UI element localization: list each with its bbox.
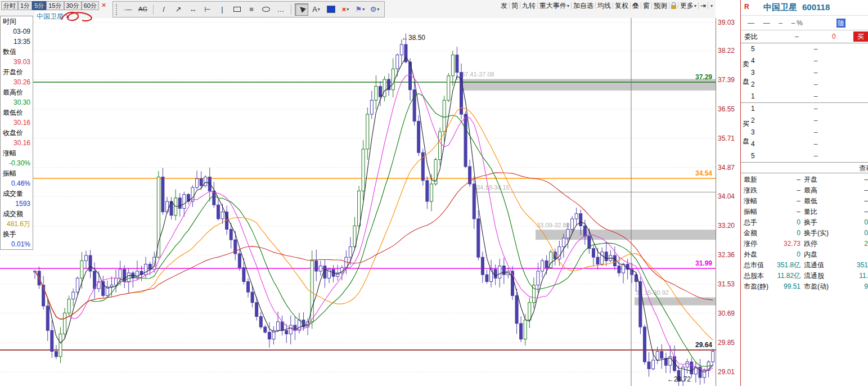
- arrow-line-tool-icon: ↔: [190, 6, 197, 13]
- quote-value: 99.51: [772, 281, 800, 292]
- menu-add-watchlist[interactable]: 加自选: [572, 1, 595, 11]
- top-toolbar: 分时1分5分15分30分60分 ✕ ·–·AG/↗↔⊢|≡…▶A▾×▾⚑▾⚙▾ …: [0, 0, 716, 18]
- period-tab-3[interactable]: 15分: [46, 1, 64, 10]
- book-row-buy[interactable]: 3–: [751, 127, 868, 138]
- candle-body: [251, 292, 254, 303]
- period-tab-2[interactable]: 5分: [32, 1, 46, 10]
- candle-body: [545, 261, 548, 267]
- menu-window[interactable]: 窗: [641, 1, 651, 11]
- menu-more[interactable]: 更多▾: [678, 1, 698, 11]
- info-label: 数值: [1, 47, 33, 57]
- candle-body: [686, 362, 689, 367]
- book-row-sell[interactable]: 5–: [751, 43, 868, 55]
- quote-label: 外盘: [741, 249, 772, 260]
- period-tab-5[interactable]: 60分: [82, 1, 99, 10]
- candle-body: [319, 266, 322, 271]
- menu-jiuzhuan[interactable]: 九转: [520, 1, 537, 11]
- book-row-buy[interactable]: 1–: [751, 103, 868, 115]
- stock-chart-tab[interactable]: 中国卫星 ×: [35, 11, 71, 21]
- rectangle-tool[interactable]: [230, 3, 244, 16]
- menu-jian[interactable]: 简: [510, 1, 520, 11]
- candle-body: [89, 255, 92, 271]
- period-tab-1[interactable]: 1分: [18, 1, 32, 10]
- tab-close-icon[interactable]: ×: [66, 13, 69, 20]
- parallel-lines-tool-icon: ≡: [249, 6, 254, 13]
- period-tab-4[interactable]: 30分: [64, 1, 82, 10]
- info-value: 30.16: [1, 138, 33, 148]
- flag-tool[interactable]: ⚑▾: [353, 3, 367, 16]
- candle-body: [358, 191, 361, 226]
- menu-moving-average[interactable]: 均线: [596, 1, 613, 11]
- order-book: 卖 盘 5–4–3–2–1– 买 盘 1–2–3–4–5–: [741, 43, 868, 163]
- info-value: 481.6万: [1, 219, 33, 229]
- candlestick-chart[interactable]: 37.41-37.0834.18-34.1533.09-32.8031.15-3…: [0, 18, 716, 386]
- ellipse-tool[interactable]: [259, 3, 273, 16]
- weibi-label: 委比: [744, 33, 758, 41]
- view-row: 查看: [741, 163, 868, 173]
- quote-value: 351: [834, 260, 868, 271]
- candle-body: [217, 205, 219, 219]
- candle-body: [204, 177, 207, 186]
- menu-fuquan[interactable]: 复权: [613, 1, 630, 11]
- price-axis-label: 36.55: [718, 105, 735, 113]
- delete-tool[interactable]: ×▾: [339, 3, 352, 16]
- color-swatch[interactable]: [324, 3, 338, 16]
- book-row-sell[interactable]: 1–: [751, 91, 868, 102]
- menu-lock[interactable]: [669, 3, 678, 9]
- candle-body: [592, 249, 595, 257]
- buy-button[interactable]: 买: [853, 32, 868, 42]
- menu-menu-dropdown[interactable]: ▾: [708, 3, 714, 8]
- erase-all-tool[interactable]: AG: [136, 3, 150, 16]
- quote-label: 换手(实): [800, 228, 834, 239]
- ray-tool[interactable]: ↗: [172, 3, 185, 16]
- candle-body: [76, 278, 79, 292]
- quote-label: 换手: [800, 217, 834, 228]
- view-more-link[interactable]: 查看: [859, 164, 868, 173]
- menu-jump-end[interactable]: ⇥: [699, 2, 708, 10]
- pointer-tool[interactable]: ▶: [295, 3, 308, 16]
- candle-body: [618, 266, 620, 273]
- book-row-buy[interactable]: 5–: [751, 150, 868, 162]
- arrow-line-tool[interactable]: ↔: [186, 3, 200, 16]
- book-row-sell[interactable]: 4–: [751, 55, 868, 67]
- more-tools[interactable]: …: [274, 3, 287, 16]
- candle-body: [477, 219, 480, 257]
- vertical-line-tool[interactable]: |: [215, 3, 229, 16]
- quote-row: 总市值351.8亿流通值351: [741, 260, 868, 271]
- candle-body: [145, 264, 147, 275]
- menu-overlay[interactable]: 叠: [631, 1, 641, 11]
- candle-body: [413, 90, 416, 122]
- quote-label: 总市值: [741, 260, 772, 271]
- parallel-lines-tool[interactable]: ≡: [245, 3, 258, 16]
- book-row-buy[interactable]: 4–: [751, 138, 868, 150]
- quote-label: 总手: [741, 217, 772, 228]
- pointer-tool-icon: ▶: [297, 5, 306, 14]
- candle-body: [221, 212, 224, 219]
- trend-line-tool[interactable]: /: [157, 3, 170, 16]
- toolbar-drag-handle[interactable]: [116, 4, 119, 15]
- quote-value: –: [834, 207, 868, 217]
- settings-tool[interactable]: ⚙▾: [368, 3, 381, 16]
- close-tabs-icon[interactable]: ✕: [101, 2, 106, 9]
- period-tab-0[interactable]: 分时: [1, 1, 18, 10]
- horizontal-line-tool[interactable]: ⊢: [201, 3, 214, 16]
- top-menu-bar: 发简九转重大事件▾加自选均线复权叠窗预测更多▾⇥▾: [499, 1, 714, 10]
- candle-body: [575, 214, 578, 219]
- polyline-tool[interactable]: ·–·: [122, 3, 135, 16]
- quote-value: –: [834, 174, 868, 185]
- menu-major-events[interactable]: 重大事件▾: [538, 1, 571, 11]
- text-tool[interactable]: A▾: [309, 3, 323, 16]
- candle-body: [451, 55, 454, 76]
- menu-fa[interactable]: 发: [499, 1, 509, 11]
- book-row-buy[interactable]: 2–: [751, 115, 868, 127]
- menu-forecast[interactable]: 预测: [652, 1, 669, 11]
- candle-body: [498, 266, 501, 279]
- sui-badge[interactable]: 随: [836, 19, 845, 28]
- book-row-sell[interactable]: 3–: [751, 67, 868, 79]
- weicha-value: 0: [832, 30, 836, 43]
- candle-body: [110, 285, 113, 287]
- candle-body: [596, 257, 599, 264]
- quote-label: 最低: [800, 196, 834, 207]
- book-level: 2: [751, 115, 763, 127]
- book-row-sell[interactable]: 2–: [751, 79, 868, 91]
